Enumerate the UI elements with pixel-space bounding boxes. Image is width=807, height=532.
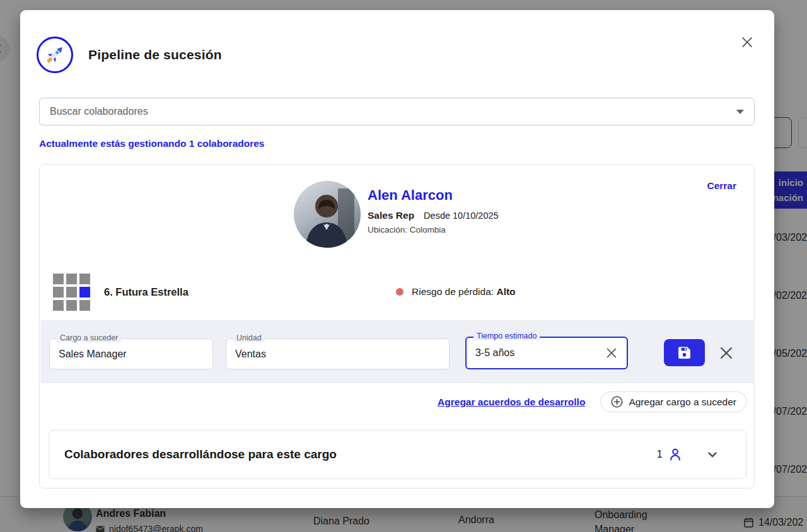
- nine-box-cell: [53, 287, 64, 298]
- search-collaborators-input[interactable]: Buscar colaboradores: [39, 98, 755, 125]
- cancel-button[interactable]: [716, 343, 736, 363]
- estimated-time-field[interactable]: Tiempo estimado 3-5 años: [465, 337, 628, 369]
- card-close-link[interactable]: Cerrar: [707, 180, 736, 192]
- managing-count-note: Actualmente estás gestionando 1 colabora…: [39, 138, 264, 149]
- save-button[interactable]: [664, 339, 705, 366]
- risk-label: Riesgo de pérdida:: [412, 286, 494, 297]
- collaborators-title: Colaboradores desarrollándose para este …: [64, 448, 337, 461]
- person-role-row: Sales Rep Desde 10/10/2025: [368, 210, 499, 221]
- employee-avatar: [294, 181, 361, 248]
- field-value: 3-5 años: [475, 338, 608, 368]
- chevron-down-icon[interactable]: [736, 110, 744, 114]
- clear-x-icon: [606, 347, 617, 359]
- nine-box-cell: [66, 287, 77, 298]
- card-actions-row: Agregar acuerdos de desarrollo Agregar c…: [438, 391, 747, 412]
- collaborators-meta: 1: [657, 447, 719, 462]
- employee-succession-card: Cerrar Alen Alarcon Sales Rep Desde 10/1…: [39, 164, 755, 489]
- field-value: Ventas: [235, 339, 430, 369]
- nine-box-cell: [79, 287, 90, 298]
- add-position-label: Agregar cargo a suceder: [629, 396, 736, 408]
- nine-box-cell: [66, 300, 77, 311]
- nine-box-label: 6. Futura Estrella: [104, 286, 189, 298]
- risk-dot-icon: [396, 288, 404, 296]
- nine-box-cell: [53, 274, 64, 284]
- cancel-x-icon: [719, 345, 734, 361]
- succession-form-band: Cargo a suceder Sales Manager Unidad Ven…: [40, 320, 755, 383]
- add-development-agreements-link[interactable]: Agregar acuerdos de desarrollo: [438, 396, 585, 408]
- rocket-icon: [37, 37, 73, 73]
- loss-risk-row: Riesgo de pérdida: Alto: [396, 273, 516, 311]
- rocket-glyph: [43, 43, 67, 67]
- position-to-succeed-field[interactable]: Cargo a suceder Sales Manager: [49, 338, 213, 369]
- modal-header: Pipeline de sucesión: [37, 37, 222, 73]
- modal-title: Pipeline de sucesión: [88, 47, 222, 62]
- unit-field[interactable]: Unidad Ventas: [226, 338, 450, 369]
- save-floppy-icon: [676, 345, 692, 361]
- person-since: Desde 10/10/2025: [424, 211, 499, 221]
- risk-value: Alto: [496, 286, 515, 297]
- nine-box-grid: [53, 274, 90, 311]
- search-placeholder: Buscar colaboradores: [50, 106, 736, 117]
- nine-box-cell: [53, 300, 64, 311]
- nine-box-cell: [79, 300, 90, 311]
- modal-close-button[interactable]: [736, 32, 758, 53]
- risk-text: Riesgo de pérdida: Alto: [412, 286, 516, 298]
- field-value: Sales Manager: [59, 339, 194, 369]
- nine-box-row: 6. Futura Estrella: [53, 273, 189, 311]
- chevron-down-icon[interactable]: [705, 448, 719, 461]
- person-photo-silhouette: [294, 181, 361, 248]
- person-role: Sales Rep: [368, 210, 414, 221]
- person-info: Alen Alarcon Sales Rep Desde 10/10/2025 …: [368, 187, 499, 234]
- plus-circle-icon: [611, 396, 623, 408]
- person-location: Ubicación: Colombia: [368, 225, 499, 234]
- clear-field-button[interactable]: [604, 345, 619, 361]
- person-icon: [668, 447, 683, 462]
- succession-pipeline-modal: Pipeline de sucesión Buscar colaboradore…: [20, 10, 774, 508]
- collaborators-developing-section[interactable]: Colaboradores desarrollándose para este …: [49, 430, 746, 479]
- collaborators-count: 1: [657, 448, 663, 461]
- nine-box-cell: [79, 274, 90, 284]
- add-position-button[interactable]: Agregar cargo a suceder: [600, 391, 747, 412]
- close-icon: [740, 35, 754, 49]
- person-name-link[interactable]: Alen Alarcon: [368, 187, 499, 204]
- nine-box-cell: [66, 274, 77, 284]
